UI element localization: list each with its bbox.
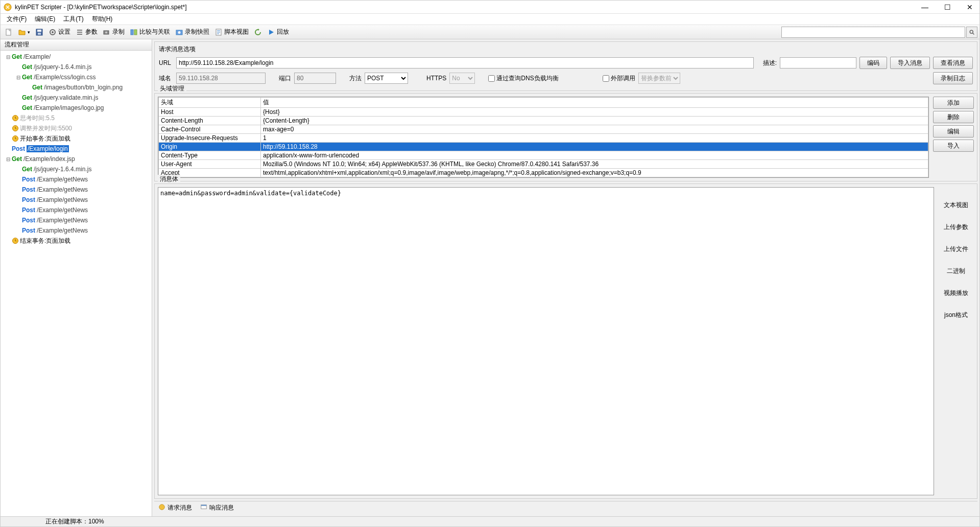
tree-item[interactable]: Post/Example/getNews — [2, 205, 151, 215]
status-text: 正在创建脚本：100% — [45, 517, 104, 526]
record-button[interactable]: 录制 — [101, 27, 127, 37]
toolbar-search-input[interactable] — [781, 27, 965, 38]
flow-panel: 流程管理 ⊟Get/Example/Get/js/jquery-1.6.4.mi… — [1, 39, 152, 516]
method-select[interactable]: POST — [365, 73, 408, 84]
folder-icon — [18, 28, 26, 36]
body-uploadfile-button[interactable]: 上传文件 — [938, 241, 974, 257]
request-panel: 请求消息选项 URL 描述: 编码 导入消息 查看消息 域名 端口 方法 PO — [152, 39, 979, 516]
tree-item[interactable]: Post/Example/getNews — [2, 174, 151, 185]
desc-input[interactable] — [780, 57, 856, 68]
body-video-button[interactable]: 视频播放 — [938, 285, 974, 301]
method-label: 方法 — [349, 74, 362, 83]
clock-icon — [12, 125, 19, 132]
url-input[interactable] — [176, 57, 754, 68]
port-label: 端口 — [279, 74, 291, 83]
header-delete-button[interactable]: 删除 — [933, 111, 974, 123]
menu-tools[interactable]: 工具(T) — [59, 14, 87, 25]
header-add-button[interactable]: 添加 — [933, 97, 974, 109]
headers-title: 头域管理 — [158, 84, 186, 93]
header-import-button[interactable]: 导入 — [933, 140, 974, 152]
header-row[interactable]: Cache-Controlmax-age=0 — [159, 125, 928, 134]
tree-item[interactable]: 开始事务:页面加载 — [2, 133, 151, 144]
body-binary-button[interactable]: 二进制 — [938, 263, 974, 279]
list-icon — [76, 28, 84, 36]
headers-table[interactable]: 头域值 Host{Host}Content-Length{Content-Len… — [158, 97, 929, 178]
port-input — [294, 73, 336, 84]
body-textview-button[interactable]: 文本视图 — [938, 197, 974, 213]
save-button[interactable] — [33, 27, 45, 37]
https-select: No — [449, 73, 475, 84]
request-options-title: 请求消息选项 — [159, 45, 973, 54]
tree-item[interactable]: Post/Example/getNews — [2, 185, 151, 195]
header-row[interactable]: Content-Typeapplication/x-www-form-urlen… — [159, 151, 928, 160]
tree-item[interactable]: ⊟Get/Example/css/login.css — [2, 72, 151, 82]
toolbar-search-button[interactable] — [966, 27, 977, 38]
compare-button[interactable]: 比较与关联 — [128, 27, 172, 37]
minimize-button[interactable]: — — [918, 3, 931, 11]
svg-point-6 — [52, 31, 54, 33]
body-uploadparam-button[interactable]: 上传参数 — [938, 219, 974, 235]
tree-item[interactable]: ⊟Get/Example/ — [2, 52, 151, 62]
record-log-button[interactable]: 录制日志 — [933, 72, 973, 84]
compare-icon — [130, 28, 138, 36]
refresh-button[interactable] — [252, 27, 264, 37]
menu-edit[interactable]: 编辑(E) — [31, 14, 59, 25]
app-icon — [4, 3, 12, 11]
tree-item[interactable]: 结束事务:页面加载 — [2, 236, 151, 246]
https-label: HTTPS — [426, 75, 446, 82]
playback-button[interactable]: 回放 — [265, 27, 291, 37]
encode-button[interactable]: 编码 — [859, 57, 887, 69]
tree-item[interactable]: Post/Example/getNews — [2, 225, 151, 236]
flow-panel-title: 流程管理 — [1, 39, 152, 51]
svg-rect-3 — [37, 30, 41, 32]
save-icon — [35, 28, 43, 36]
dns-checkbox[interactable]: 通过查询DNS负载均衡 — [488, 74, 558, 83]
params-button[interactable]: 参数 — [74, 27, 100, 37]
external-checkbox[interactable]: 外部调用 — [603, 74, 635, 83]
header-edit-button[interactable]: 编辑 — [933, 125, 974, 138]
tree-item[interactable]: 思考时间:5.5 — [2, 113, 151, 123]
tree-item[interactable]: Get/js/jquery-1.6.4.min.js — [2, 164, 151, 174]
new-icon — [5, 28, 13, 36]
tree-item[interactable]: Post/Example/getNews — [2, 215, 151, 225]
snapshot-icon — [175, 28, 183, 36]
svg-point-12 — [178, 31, 181, 34]
close-button[interactable]: ✕ — [963, 3, 976, 11]
tree-item[interactable]: Get/js/jquery-1.6.4.min.js — [2, 62, 151, 72]
scriptview-button[interactable]: 脚本视图 — [212, 27, 251, 37]
tree-item[interactable]: Get/Example/images/logo.jpg — [2, 103, 151, 113]
flow-tree[interactable]: ⊟Get/Example/Get/js/jquery-1.6.4.min.js⊟… — [1, 51, 152, 516]
url-label: URL — [159, 59, 173, 66]
tab-request[interactable]: 请求消息 — [158, 503, 192, 512]
snapshot-button[interactable]: 录制快照 — [173, 27, 211, 37]
tree-item[interactable]: Post/Example/login — [2, 144, 151, 154]
refresh-icon — [254, 28, 262, 36]
header-row[interactable]: Content-Length{Content-Length} — [159, 117, 928, 125]
maximize-button[interactable]: ☐ — [941, 3, 954, 11]
open-button[interactable]: ▾ — [16, 27, 32, 37]
tree-item[interactable]: ⊟Get/Example/index.jsp — [2, 154, 151, 164]
tree-item[interactable]: Get/js/jquery.validate.min.js — [2, 93, 151, 103]
tab-response[interactable]: 响应消息 — [200, 503, 234, 512]
header-row[interactable]: User-AgentMozilla/5.0 (Windows NT 10.0; … — [159, 160, 928, 169]
tree-item[interactable]: 调整并发时间:5500 — [2, 123, 151, 133]
header-row[interactable]: Accepttext/html,application/xhtml+xml,ap… — [159, 169, 928, 177]
body-json-button[interactable]: json格式 — [938, 307, 974, 323]
message-body-textarea[interactable]: name=admin&password=admin&validate={vali… — [158, 187, 934, 495]
settings-button[interactable]: 设置 — [46, 27, 73, 37]
tree-item[interactable]: Post/Example/getNews — [2, 195, 151, 205]
new-button[interactable] — [3, 27, 15, 37]
menu-help[interactable]: 帮助(H) — [88, 14, 117, 25]
header-row[interactable]: Originhttp://59.110.158.28 — [159, 143, 928, 151]
headers-col-key: 头域 — [159, 98, 261, 108]
menu-file[interactable]: 文件(F) — [3, 14, 31, 25]
request-icon — [158, 503, 165, 512]
tree-item[interactable]: Get/images/button/btn_login.png — [2, 82, 151, 93]
body-title: 消息体 — [158, 175, 180, 184]
view-msg-button[interactable]: 查看消息 — [933, 57, 973, 69]
desc-label: 描述: — [763, 59, 777, 67]
header-row[interactable]: Host{Host} — [159, 108, 928, 117]
domain-label: 域名 — [159, 74, 173, 83]
header-row[interactable]: Upgrade-Insecure-Requests1 — [159, 134, 928, 143]
import-msg-button[interactable]: 导入消息 — [890, 57, 930, 69]
